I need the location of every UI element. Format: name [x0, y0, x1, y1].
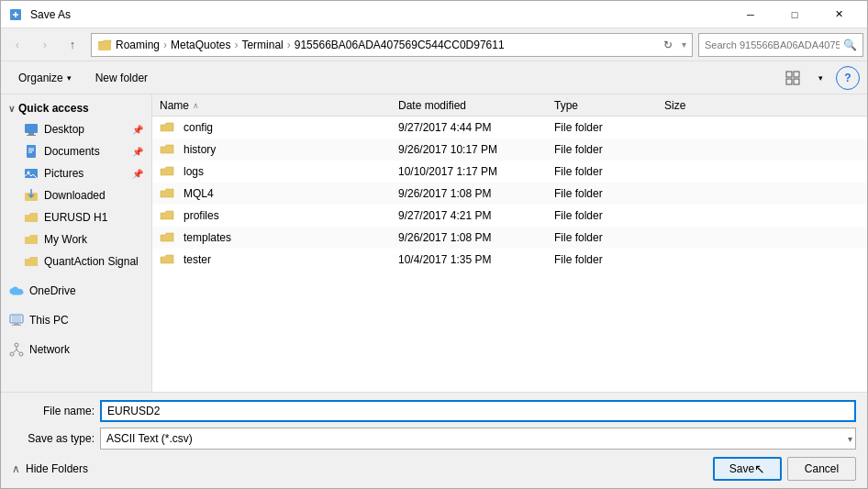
filename-row: File name:	[12, 400, 856, 422]
help-button[interactable]: ?	[836, 66, 860, 90]
up-button[interactable]: ↑	[60, 32, 85, 58]
network-icon	[9, 342, 24, 357]
folder-icon	[160, 186, 174, 201]
forward-button[interactable]: ›	[32, 32, 58, 58]
sidebar-item-documents[interactable]: Documents 📌	[1, 140, 151, 162]
breadcrumb-roaming[interactable]: Roaming	[116, 39, 160, 51]
file-name: profiles	[184, 209, 219, 222]
button-row: ∧ Hide Folders Save ↖ Cancel	[12, 457, 856, 481]
sidebar-network-label: Network	[29, 343, 70, 356]
desktop-icon	[24, 122, 39, 137]
column-type[interactable]: Type	[554, 99, 664, 112]
maximize-button[interactable]: □	[773, 1, 816, 28]
svg-rect-8	[27, 135, 36, 136]
organize-dropdown-icon: ▾	[67, 73, 72, 83]
organize-button[interactable]: Organize ▾	[8, 66, 82, 90]
savetype-select[interactable]: ASCII Text (*.csv) CSV (*.csv) Text (*.t…	[100, 428, 856, 450]
pictures-icon	[24, 166, 39, 181]
refresh-button[interactable]: ↻	[658, 35, 678, 55]
filename-label: File name:	[12, 405, 95, 417]
save-label: Save	[729, 462, 754, 475]
quick-access-section[interactable]: ∨ Quick access	[1, 98, 151, 118]
hide-folders-label: Hide Folders	[26, 462, 88, 475]
onedrive-icon	[9, 283, 24, 298]
file-name: history	[184, 143, 216, 156]
hide-folders-button[interactable]: ∧ Hide Folders	[12, 459, 88, 479]
svg-rect-9	[27, 145, 36, 158]
folder-icon	[160, 252, 174, 267]
search-input[interactable]	[705, 39, 840, 50]
column-name-label: Name	[160, 99, 189, 112]
sidebar-item-thispc[interactable]: This PC	[1, 309, 151, 331]
file-name-cell: MQL4	[160, 186, 398, 201]
file-type: File folder	[554, 165, 664, 178]
address-dropdown-icon[interactable]: ▾	[682, 39, 686, 50]
column-size[interactable]: Size	[664, 99, 756, 112]
file-type: File folder	[554, 187, 664, 200]
view-dropdown-button[interactable]: ▾	[808, 66, 832, 90]
cancel-label: Cancel	[805, 462, 839, 475]
filename-input[interactable]	[100, 400, 856, 422]
hide-folders-area: ∧ Hide Folders	[12, 457, 707, 481]
sort-indicator: ∧	[193, 101, 199, 110]
svg-rect-16	[12, 325, 21, 326]
column-name[interactable]: Name ∧	[160, 99, 398, 112]
file-name-cell: profiles	[160, 208, 398, 223]
file-rows-container: config 9/27/2017 4:44 PM File folder his…	[152, 117, 867, 271]
svg-rect-4	[786, 79, 792, 84]
cancel-button[interactable]: Cancel	[787, 457, 856, 481]
desktop-pin-icon: 📌	[132, 125, 143, 135]
title-bar-buttons: ─ □ ✕	[729, 1, 860, 28]
table-row[interactable]: history 9/26/2017 10:17 PM File folder	[152, 139, 867, 161]
sidebar-onedrive-label: OneDrive	[29, 284, 76, 297]
save-as-dialog: Save As ─ □ ✕ ‹ › ↑ Roaming › MetaQuotes…	[0, 0, 868, 489]
close-button[interactable]: ✕	[818, 1, 860, 28]
file-date: 10/4/2017 1:35 PM	[398, 253, 554, 266]
search-bar[interactable]: 🔍	[698, 33, 863, 57]
sidebar-divider-3	[1, 331, 151, 339]
table-row[interactable]: profiles 9/27/2017 4:21 PM File folder	[152, 205, 867, 227]
new-folder-label: New folder	[95, 72, 148, 84]
table-row[interactable]: templates 9/26/2017 1:08 PM File folder	[152, 227, 867, 249]
file-type: File folder	[554, 121, 664, 134]
eurusd-folder-icon	[24, 210, 39, 225]
sidebar-item-network[interactable]: Network	[1, 339, 151, 361]
breadcrumb-metaquotes[interactable]: MetaQuotes	[171, 39, 230, 51]
table-row[interactable]: config 9/27/2017 4:44 PM File folder	[152, 117, 867, 139]
table-row[interactable]: MQL4 9/26/2017 1:08 PM File folder	[152, 183, 867, 205]
breadcrumb-terminal[interactable]: Terminal	[241, 39, 283, 51]
breadcrumb-sep-3: ›	[287, 39, 291, 51]
address-bar[interactable]: Roaming › MetaQuotes › Terminal › 915566…	[91, 33, 693, 57]
view-button[interactable]	[781, 66, 805, 90]
file-name-cell: history	[160, 142, 398, 157]
table-row[interactable]: logs 10/10/2017 1:17 PM File folder	[152, 161, 867, 183]
breadcrumb-id[interactable]: 915566BA06ADA407569C544CC0D97611	[295, 39, 505, 51]
toolbar: Organize ▾ New folder ▾ ?	[1, 61, 867, 94]
svg-rect-2	[786, 72, 792, 77]
nav-bar: ‹ › ↑ Roaming › MetaQuotes › Terminal › …	[1, 28, 867, 61]
downloaded-icon	[24, 188, 39, 203]
window-icon	[8, 7, 23, 22]
table-row[interactable]: tester 10/4/2017 1:35 PM File folder	[152, 249, 867, 271]
search-icon[interactable]: 🔍	[843, 39, 857, 51]
savetype-row: Save as type: ASCII Text (*.csv) CSV (*.…	[12, 428, 856, 450]
save-button[interactable]: Save ↖	[713, 457, 782, 481]
sidebar-item-eurusd[interactable]: EURUSD H1	[1, 206, 151, 228]
sidebar-item-desktop[interactable]: Desktop 📌	[1, 118, 151, 140]
sidebar-item-downloaded[interactable]: Downloaded	[1, 184, 151, 206]
file-date: 9/26/2017 1:08 PM	[398, 231, 554, 244]
column-type-label: Type	[554, 99, 578, 112]
sidebar-eurusd-label: EURUSD H1	[44, 211, 107, 224]
new-folder-button[interactable]: New folder	[85, 66, 158, 90]
sidebar-item-quantaction[interactable]: QuantAction Signal	[1, 250, 151, 272]
toolbar-right: ▾ ?	[781, 66, 860, 90]
back-button[interactable]: ‹	[5, 32, 30, 58]
file-date: 9/27/2017 4:21 PM	[398, 209, 554, 222]
sidebar-item-onedrive[interactable]: OneDrive	[1, 280, 151, 302]
file-name-cell: logs	[160, 164, 398, 179]
sidebar-item-mywork[interactable]: My Work	[1, 228, 151, 250]
svg-rect-7	[28, 133, 34, 135]
column-date[interactable]: Date modified	[398, 99, 554, 112]
minimize-button[interactable]: ─	[729, 1, 772, 28]
sidebar-item-pictures[interactable]: Pictures 📌	[1, 162, 151, 184]
